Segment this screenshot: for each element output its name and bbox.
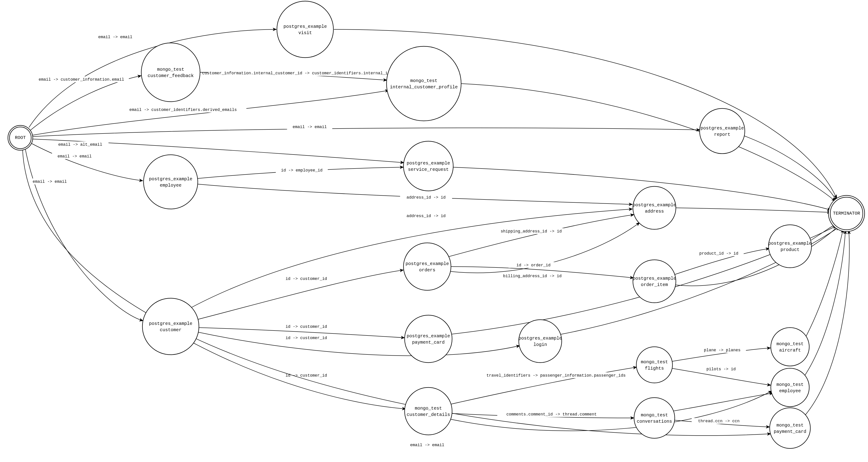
edge-label-customer-details: id -> customer_id: [285, 373, 327, 378]
svg-point-40: [700, 108, 745, 154]
edge-label-details-convo: comments.comment_id -> thread.comment: [506, 412, 597, 417]
svg-text:service_request: service_request: [408, 167, 449, 172]
edge-label-customer-payment: id -> customer_id: [285, 324, 327, 329]
edge-label-root-visit: email -> email: [98, 35, 132, 39]
svg-text:postgres_example: postgres_example: [633, 276, 676, 281]
node-address: postgres_example address: [633, 186, 676, 229]
svg-text:mongo_test: mongo_test: [641, 359, 668, 365]
svg-text:payment_card: payment_card: [412, 340, 445, 345]
svg-text:customer_feedback: customer_feedback: [148, 73, 194, 78]
svg-point-58: [633, 260, 676, 303]
svg-text:product: product: [780, 247, 800, 252]
edge-orders-ship-addr: [445, 214, 634, 258]
edge-label-root-customer: email -> email: [33, 179, 67, 184]
svg-text:ROOT: ROOT: [15, 135, 26, 140]
svg-text:postgres_example: postgres_example: [407, 333, 450, 339]
svg-text:order_item: order_item: [641, 282, 668, 287]
svg-text:mongo_test: mongo_test: [641, 412, 668, 418]
edge-label-orders-bill-addr: billing_address_id -> id: [503, 274, 561, 278]
node-order-item: postgres_example order_item: [633, 260, 676, 303]
svg-point-37: [386, 46, 461, 121]
node-customer-details: mongo_test customer_details: [405, 388, 452, 435]
node-root: ROOT: [8, 125, 33, 150]
svg-text:TERMINATOR: TERMINATOR: [833, 211, 860, 216]
edge-label-customer-login: id -> customer_id: [285, 336, 327, 340]
node-payment-card-mg: mongo_test payment_card: [770, 408, 810, 449]
graph-canvas: email -> email email -> customer_informa…: [0, 0, 868, 462]
svg-text:mongo_test: mongo_test: [776, 382, 804, 387]
svg-text:postgres_example: postgres_example: [283, 24, 327, 29]
svg-text:visit: visit: [298, 30, 312, 35]
svg-point-34: [141, 43, 200, 102]
svg-text:payment_card: payment_card: [774, 429, 806, 434]
node-report: postgres_example report: [700, 108, 745, 154]
svg-text:address: address: [645, 209, 664, 214]
node-customer-feedback: mongo_test customer_feedback: [141, 43, 200, 102]
svg-text:flights: flights: [645, 366, 664, 371]
svg-text:aircraft: aircraft: [779, 348, 801, 353]
edge-label-employee-service: id -> employee_id: [281, 168, 322, 173]
svg-point-49: [633, 186, 676, 229]
edge-details-employee-mg: [450, 391, 772, 431]
edge-convo-employee: [673, 393, 773, 411]
edge-root-report: [31, 128, 700, 137]
svg-text:orders: orders: [419, 267, 435, 273]
node-visit: postgres_example visit: [277, 1, 333, 58]
node-aircraft: mongo_test aircraft: [771, 328, 809, 366]
node-flights: mongo_test flights: [636, 347, 673, 383]
svg-point-73: [636, 347, 673, 383]
svg-text:customer: customer: [160, 327, 182, 333]
node-terminator: TERMINATOR: [829, 195, 865, 232]
svg-text:mongo_test: mongo_test: [776, 423, 804, 428]
svg-text:customer_details: customer_details: [407, 412, 450, 417]
svg-text:mongo_test: mongo_test: [410, 78, 437, 84]
svg-text:postgres_example: postgres_example: [768, 241, 812, 246]
node-customer: postgres_example customer: [143, 298, 199, 355]
svg-point-67: [519, 320, 562, 363]
svg-text:postgres_example: postgres_example: [701, 126, 744, 131]
svg-point-64: [405, 315, 452, 363]
svg-text:employee: employee: [779, 388, 801, 394]
svg-text:employee: employee: [160, 183, 182, 188]
edge-label-flights-aircraft: plane -> planes: [704, 348, 741, 353]
edge-label-details-flights: travel_identifiers -> passenger_informat…: [487, 373, 626, 378]
node-employee-mg: mongo_test employee: [771, 368, 809, 407]
svg-text:postgres_example: postgres_example: [149, 321, 192, 326]
svg-point-70: [405, 388, 452, 435]
edge-label-employee-address: address_id -> id: [407, 195, 446, 200]
edge-label-root-report: email -> email: [292, 125, 327, 129]
edge-label-orders-orderitem: id -> order_id: [516, 263, 550, 267]
edge-address-terminator: [676, 208, 831, 212]
edge-label-customer-orders: id -> customer_id: [285, 276, 327, 281]
svg-text:mongo_test: mongo_test: [776, 341, 804, 346]
edge-label-orders-ship-addr: shipping_address_id -> id: [501, 229, 562, 234]
svg-text:report: report: [714, 132, 730, 137]
svg-text:postgres_example: postgres_example: [149, 176, 192, 182]
edge-label-root-paycard-mg: email -> email: [410, 443, 444, 447]
edge-label-feedback-profile: customer_information.internal_customer_i…: [202, 71, 390, 75]
edge-label-convo-paycard: thread.ccn -> ccn: [698, 419, 740, 423]
edge-label-root-profile: email -> customer_identifiers.derived_em…: [129, 107, 237, 112]
edge-root-customer: [25, 149, 143, 321]
svg-text:postgres_example: postgres_example: [519, 336, 562, 341]
edge-label-root-feedback: email -> customer_information.email: [39, 77, 124, 82]
node-internal-customer-profile: mongo_test internal_customer_profile: [386, 46, 461, 121]
node-orders: postgres_example orders: [403, 243, 451, 290]
node-product: postgres_example product: [768, 225, 812, 268]
svg-point-43: [144, 155, 198, 209]
edge-label-customer-address: address_id -> id: [407, 214, 446, 218]
svg-text:postgres_example: postgres_example: [405, 261, 449, 266]
svg-point-55: [403, 243, 451, 290]
node-conversations: mongo_test conversations: [634, 398, 675, 438]
edge-label-root-servicereq: email -> alt_email: [58, 142, 102, 147]
node-employee-pg: postgres_example employee: [144, 155, 198, 209]
svg-text:postgres_example: postgres_example: [407, 161, 450, 166]
svg-point-61: [769, 225, 811, 268]
edge-label-orderitem-product: product_id -> id: [700, 251, 739, 256]
svg-text:conversations: conversations: [637, 419, 672, 424]
edge-profile-terminator: [461, 84, 835, 201]
node-payment-card-pg: postgres_example payment_card: [405, 315, 452, 363]
edge-label-root-employee: email -> email: [57, 154, 92, 159]
svg-text:mongo_test: mongo_test: [415, 406, 442, 411]
svg-point-82: [771, 368, 809, 407]
